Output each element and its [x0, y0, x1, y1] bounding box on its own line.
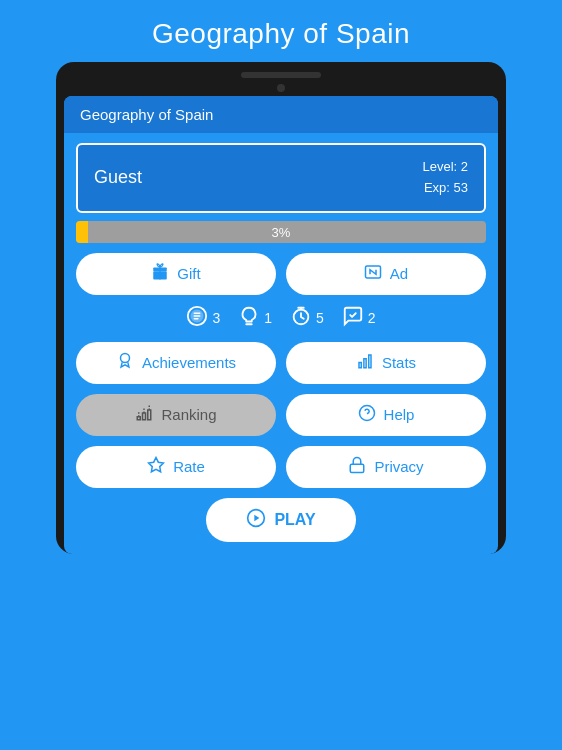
timer-count: 5 [316, 310, 324, 326]
svg-rect-12 [148, 410, 151, 420]
user-name: Guest [94, 167, 142, 188]
user-stats: Level: 2 Exp: 53 [422, 157, 468, 199]
help-icon [358, 404, 376, 426]
xp-progress-bar: 3% [76, 221, 486, 243]
gift-button[interactable]: Gift [76, 253, 276, 295]
ad-icon [364, 263, 382, 285]
device-frame: Geography of Spain Guest Level: 2 Exp: 5… [56, 62, 506, 554]
rate-label: Rate [173, 458, 205, 475]
svg-rect-16 [351, 464, 365, 472]
gift-label: Gift [177, 265, 200, 282]
user-exp: Exp: 53 [422, 178, 468, 199]
svg-rect-10 [138, 416, 141, 419]
achievements-icon [116, 352, 134, 374]
xp-progress-fill [76, 221, 88, 243]
device-speaker [241, 72, 321, 78]
ranking-button[interactable]: Ranking [76, 394, 276, 436]
achievements-button[interactable]: Achievements [76, 342, 276, 384]
svg-rect-8 [364, 358, 366, 367]
app-topbar: Geography of Spain [64, 96, 498, 133]
ad-label: Ad [390, 265, 408, 282]
coins-icon [186, 305, 208, 332]
privacy-icon [348, 456, 366, 478]
gift-icon [151, 263, 169, 285]
ranking-help-row: Ranking Help [76, 394, 486, 436]
ranking-icon [135, 404, 153, 426]
rate-icon [147, 456, 165, 478]
user-level: Level: 2 [422, 157, 468, 178]
chat-count: 2 [368, 310, 376, 326]
play-btn-row: PLAY [76, 498, 486, 542]
user-card: Guest Level: 2 Exp: 53 [76, 143, 486, 213]
hint-icon [238, 305, 260, 332]
svg-rect-9 [369, 355, 371, 368]
achievements-stats-row: Achievements Stats [76, 342, 486, 384]
achievements-label: Achievements [142, 354, 236, 371]
app-topbar-title: Geography of Spain [80, 106, 213, 123]
play-button[interactable]: PLAY [206, 498, 355, 542]
rate-button[interactable]: Rate [76, 446, 276, 488]
timer-group: 5 [290, 305, 324, 332]
coins-group: 3 [186, 305, 220, 332]
svg-rect-11 [143, 413, 146, 420]
icons-row: 3 1 5 [76, 305, 486, 332]
svg-rect-7 [359, 362, 361, 367]
page-title: Geography of Spain [152, 0, 410, 62]
svg-marker-15 [149, 457, 164, 471]
play-label: PLAY [274, 511, 315, 529]
hints-group: 1 [238, 305, 272, 332]
play-icon [246, 508, 266, 532]
help-label: Help [384, 406, 415, 423]
chat-icon [342, 305, 364, 332]
gift-ad-row: Gift Ad [76, 253, 486, 295]
stats-label: Stats [382, 354, 416, 371]
timer-icon [290, 305, 312, 332]
svg-marker-18 [255, 514, 260, 521]
stats-button[interactable]: Stats [286, 342, 486, 384]
ad-button[interactable]: Ad [286, 253, 486, 295]
coins-count: 3 [212, 310, 220, 326]
hints-count: 1 [264, 310, 272, 326]
app-screen: Geography of Spain Guest Level: 2 Exp: 5… [64, 96, 498, 554]
svg-point-6 [120, 353, 129, 362]
rate-privacy-row: Rate Privacy [76, 446, 486, 488]
xp-progress-label: 3% [272, 224, 291, 239]
privacy-label: Privacy [374, 458, 423, 475]
help-button[interactable]: Help [286, 394, 486, 436]
device-camera [277, 84, 285, 92]
ranking-label: Ranking [161, 406, 216, 423]
privacy-button[interactable]: Privacy [286, 446, 486, 488]
stats-icon [356, 352, 374, 374]
chat-group: 2 [342, 305, 376, 332]
